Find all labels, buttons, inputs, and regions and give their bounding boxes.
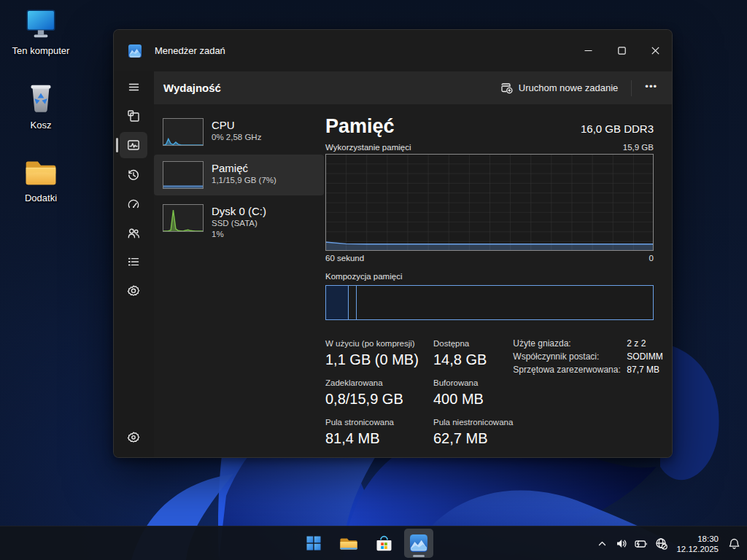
taskbar: 18:30 12.12.2025 [0, 526, 747, 560]
stat-in-use: W użyciu (po kompresji) 1,1 GB (0 MB) [325, 338, 420, 370]
perf-item-sub2: 1% [212, 229, 266, 240]
chart-time-span-label: 60 sekund [325, 254, 364, 262]
memory-composition-bar[interactable] [325, 285, 654, 320]
header-divider [631, 80, 632, 96]
composition-segment-free [357, 286, 653, 319]
disk-mini-graph [163, 204, 204, 232]
memory-usage-chart [325, 154, 654, 251]
hamburger-icon [128, 81, 140, 93]
folder-icon [23, 155, 59, 190]
microsoft-store-button[interactable] [369, 529, 398, 558]
maximize-button[interactable] [605, 30, 638, 71]
notification-bell-icon[interactable] [725, 533, 743, 555]
detail-label: Współczynnik postaci: [513, 351, 627, 362]
composition-segment-in-use [326, 286, 349, 319]
detail-value: 87,7 MB [627, 365, 673, 375]
sidebar-item-performance[interactable] [120, 132, 147, 158]
minimize-button[interactable] [571, 30, 605, 71]
memory-composition-label: Kompozycja pamięci [325, 272, 654, 281]
page-title: Wydajność [163, 82, 221, 94]
perf-item-title: Pamięć [212, 161, 276, 175]
desktop-icon-this-pc[interactable]: Ten komputer [6, 6, 76, 56]
perf-item-sub: SSD (SATA) [212, 218, 266, 229]
perf-item-sub: 0% 2,58 GHz [212, 132, 261, 143]
file-explorer-icon [339, 534, 358, 553]
memory-stats: W użyciu (po kompresji) 1,1 GB (0 MB) Do… [325, 338, 513, 456]
composition-segment-modified [349, 286, 357, 319]
performance-list: CPU 0% 2,58 GHz Pamięć 1,1/15,9 GB (7%) [154, 104, 325, 458]
details-list-icon [127, 255, 140, 268]
detail-value: 2 z 2 [627, 338, 673, 349]
performance-icon [127, 139, 140, 152]
sidebar-item-processes[interactable] [120, 103, 147, 129]
memory-panel: Pamięć 16,0 GB DDR3 Wykorzystanie pamięc… [325, 104, 672, 458]
sidebar-item-services[interactable] [120, 278, 147, 304]
this-pc-icon [23, 6, 59, 42]
file-explorer-button[interactable] [334, 529, 363, 558]
task-manager-window: Menedżer zadań [113, 29, 673, 458]
task-manager-taskbar-button[interactable] [404, 529, 433, 558]
clock-time: 18:30 [676, 534, 719, 544]
startup-gauge-icon [127, 198, 140, 211]
sidebar-item-startup-apps[interactable] [120, 191, 147, 217]
windows-logo-icon [305, 534, 322, 552]
memory-usage-label: Wykorzystanie pamięci [325, 143, 411, 152]
run-new-task-label: Uruchom nowe zadanie [519, 82, 619, 93]
network-no-internet-icon[interactable] [652, 533, 670, 555]
perf-item-memory[interactable]: Pamięć 1,1/15,9 GB (7%) [154, 155, 324, 195]
memory-total-capacity: 16,0 GB DDR3 [581, 122, 654, 138]
processes-icon [127, 109, 140, 122]
desktop-icon-label: Dodatki [6, 192, 76, 203]
detail-label: Sprzętowa zarezerwowana: [513, 365, 627, 375]
recycle-bin-icon [23, 79, 59, 117]
memory-scale-max: 15,9 GB [623, 143, 654, 152]
memory-hw-details: Użyte gniazda: 2 z 2 Współczynnik postac… [513, 338, 673, 456]
microsoft-store-icon [375, 534, 393, 553]
stat-cached: Buforowana 400 MB [433, 378, 513, 409]
sidebar-item-app-history[interactable] [120, 162, 147, 188]
perf-item-cpu[interactable]: CPU 0% 2,58 GHz [154, 112, 324, 152]
run-new-task-button[interactable]: Uruchom nowe zadanie [493, 77, 626, 98]
chart-time-zero-label: 0 [649, 254, 654, 262]
titlebar[interactable]: Menedżer zadań [114, 30, 672, 71]
page-header: Wydajność Uruchom nowe zadanie ••• [154, 71, 672, 104]
close-button[interactable] [638, 30, 672, 71]
perf-item-disk0[interactable]: Dysk 0 (C:) SSD (SATA) 1% [154, 198, 324, 246]
window-title: Menedżer zadań [155, 45, 225, 56]
clock[interactable]: 18:30 12.12.2025 [672, 534, 723, 554]
stat-non-paged-pool: Pula niestronicowana 62,7 MB [433, 417, 513, 448]
detail-value: SODIMM [627, 351, 673, 362]
desktop-icon-recycle-bin[interactable]: Kosz [6, 79, 76, 131]
cpu-mini-graph [163, 118, 204, 146]
new-task-icon [500, 82, 513, 94]
desktop-icon-dodatki[interactable]: Dodatki [6, 155, 76, 203]
desktop-icon-label: Ten komputer [6, 45, 76, 56]
start-button[interactable] [299, 529, 328, 558]
sidebar-item-users[interactable] [120, 220, 147, 246]
perf-item-sub: 1,1/15,9 GB (7%) [212, 175, 276, 186]
perf-item-title: CPU [212, 118, 261, 132]
task-manager-icon [409, 534, 428, 553]
memory-mini-graph [163, 161, 204, 189]
settings-gear-icon [127, 431, 140, 444]
services-cog-icon [127, 284, 140, 298]
sidebar-menu-button[interactable] [120, 74, 147, 100]
stat-paged-pool: Pula stronicowana 81,4 MB [325, 417, 420, 448]
task-manager-app-icon [128, 44, 142, 58]
stat-available: Dostępna 14,8 GB [433, 338, 513, 370]
detail-label: Użyte gniazda: [513, 338, 627, 349]
memory-title: Pamięć [325, 114, 395, 138]
clock-date: 12.12.2025 [676, 544, 719, 554]
desktop-icon-label: Kosz [6, 120, 76, 131]
more-options-button[interactable]: ••• [638, 78, 665, 98]
tray-chevron-up-icon[interactable] [593, 533, 611, 555]
desktop: Ten komputer Kosz Dodatki [0, 0, 747, 560]
sidebar [114, 71, 154, 458]
users-icon [127, 227, 140, 240]
sidebar-item-settings[interactable] [120, 424, 147, 451]
sidebar-item-details[interactable] [120, 249, 147, 275]
stat-committed: Zadeklarowana 0,8/15,9 GB [325, 378, 420, 409]
perf-item-title: Dysk 0 (C:) [212, 204, 266, 218]
volume-icon[interactable] [613, 533, 630, 555]
battery-charging-icon[interactable] [632, 533, 650, 555]
